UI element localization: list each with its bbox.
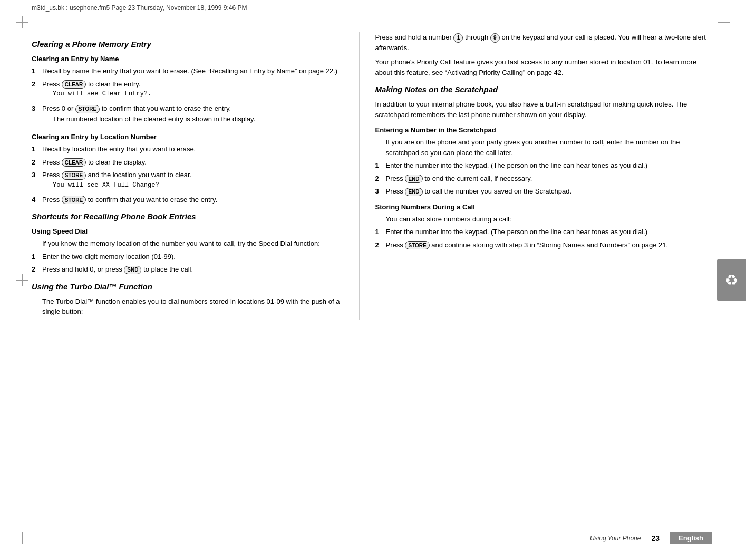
crosshair-bottom-right — [718, 532, 730, 544]
step-1-speed-dial: 1 Enter the two-digit memory location (0… — [32, 252, 343, 262]
storing-steps: 1 Enter the number into the keypad. (The… — [375, 227, 714, 250]
main-content: Clearing a Phone Memory Entry Clearing a… — [0, 16, 746, 330]
end-button: END — [405, 175, 422, 183]
step-4-clear-loc: 4 Press STORE to confirm that you want t… — [32, 195, 343, 205]
section-shortcuts: Shortcuts for Recalling Phone Book Entri… — [32, 212, 343, 275]
step-text: Press END to call the number you saved o… — [386, 186, 714, 197]
step-text: Press CLEAR to clear the entry. You will… — [42, 79, 343, 101]
clear-button: CLEAR — [62, 80, 86, 89]
subnote-xx-full: You will see XX Full Change? — [53, 180, 343, 190]
step-num: 4 — [32, 195, 39, 205]
step-num: 1 — [32, 66, 39, 76]
step-num: 2 — [32, 264, 39, 275]
footer-language: English — [670, 532, 712, 544]
recycle-icon: ♻ — [725, 272, 738, 289]
entering-scratchpad-steps: 1 Enter the number into the keypad. (The… — [375, 160, 714, 197]
step-text: Recall by name the entry that you want t… — [42, 66, 343, 76]
crosshair-bottom-left — [16, 532, 28, 544]
step-text: Enter the number into the keypad. (The p… — [386, 227, 714, 237]
step-3-enter-scratch: 3 Press END to call the number you saved… — [375, 186, 714, 197]
subsection-clear-by-location: Clearing an Entry by Location Number 1 R… — [32, 133, 343, 205]
section-turbo-dial-title: Using the Turbo Dial™ Function — [32, 282, 343, 291]
footer-page-number: 23 — [651, 534, 660, 543]
step-3-clear-name: 3 Press 0 or STORE to confirm that you w… — [32, 103, 343, 127]
store-button: STORE — [405, 241, 429, 249]
speed-dial-steps: 1 Enter the two-digit memory location (0… — [32, 252, 343, 275]
section-turbo-dial: Using the Turbo Dial™ Function The Turbo… — [32, 282, 343, 317]
subsection-clear-by-name-title: Clearing an Entry by Name — [32, 55, 343, 63]
right-column: Press and hold a number 1 through 9 on t… — [360, 32, 714, 320]
clear-by-name-steps: 1 Recall by name the entry that you want… — [32, 66, 343, 127]
step-num: 3 — [32, 103, 39, 127]
store-button: STORE — [62, 171, 86, 180]
clear-by-location-steps: 1 Recall by location the entry that you … — [32, 144, 343, 205]
snd-button: SND — [124, 266, 141, 274]
subnote-clear-entry: You will see Clear Entry?. — [53, 89, 343, 99]
turbo-dial-continuation: Press and hold a number 1 through 9 on t… — [375, 32, 714, 53]
left-column: Clearing a Phone Memory Entry Clearing a… — [32, 32, 360, 320]
section-scratchpad: Making Notes on the Scratchpad In additi… — [375, 85, 714, 250]
subsection-storing-during-call: Storing Numbers During a Call You can al… — [375, 203, 714, 250]
step-num: 2 — [375, 240, 383, 250]
step-text: Press END to end the current call, if ne… — [386, 173, 714, 184]
header-text: m3td_us.bk : usephone.fm5 Page 23 Thursd… — [32, 4, 247, 12]
step-num: 1 — [375, 160, 383, 171]
crosshair-top-right — [718, 16, 730, 28]
turbo-dial-intro: The Turbo Dial™ function enables you to … — [42, 296, 343, 317]
step-1-clear-loc: 1 Recall by location the entry that you … — [32, 144, 343, 155]
step-text: Enter the two-digit memory location (01-… — [42, 252, 343, 262]
step-num: 2 — [375, 173, 383, 184]
subsection-entering-scratchpad: Entering a Number in the Scratchpad If y… — [375, 126, 714, 197]
step-text: Press 0 or STORE to confirm that you wan… — [42, 103, 343, 127]
step-num: 2 — [32, 157, 39, 168]
section-clearing-title: Clearing a Phone Memory Entry — [32, 40, 343, 49]
step-text: Press STORE and the location you want to… — [42, 170, 343, 192]
subsection-storing-title: Storing Numbers During a Call — [375, 203, 714, 211]
step-num: 2 — [32, 79, 39, 101]
footer-section-label: Using Your Phone — [590, 535, 641, 542]
step-3-clear-loc: 3 Press STORE and the location you want … — [32, 170, 343, 192]
crosshair-top-left — [16, 16, 28, 28]
store-button: STORE — [75, 105, 100, 113]
step-2-clear-name: 2 Press CLEAR to clear the entry. You wi… — [32, 79, 343, 101]
section-shortcuts-title: Shortcuts for Recalling Phone Book Entri… — [32, 212, 343, 221]
store-button: STORE — [62, 196, 86, 204]
step-num: 3 — [32, 170, 39, 192]
section-clearing: Clearing a Phone Memory Entry Clearing a… — [32, 40, 343, 205]
step-num: 1 — [32, 144, 39, 155]
subsection-entering-scratchpad-title: Entering a Number in the Scratchpad — [375, 126, 714, 134]
step-text: Press CLEAR to clear the display. — [42, 157, 343, 168]
crosshair-middle-left — [16, 274, 28, 286]
step-1-enter-scratch: 1 Enter the number into the keypad. (The… — [375, 160, 714, 171]
subsection-clear-by-name: Clearing an Entry by Name 1 Recall by na… — [32, 55, 343, 127]
subsection-speed-dial-title: Using Speed Dial — [32, 227, 343, 235]
footer: Using Your Phone 23 English — [590, 532, 712, 544]
step-2-enter-scratch: 2 Press END to end the current call, if … — [375, 173, 714, 184]
step-text: Recall by location the entry that you wa… — [42, 144, 343, 155]
step-num: 1 — [32, 252, 39, 262]
step-text: Press STORE to confirm that you want to … — [42, 195, 343, 205]
step-1-clear-name: 1 Recall by name the entry that you want… — [32, 66, 343, 76]
end-button: END — [405, 188, 422, 196]
step-2-storing: 2 Press STORE and continue storing with … — [375, 240, 714, 250]
subsection-clear-by-location-title: Clearing an Entry by Location Number — [32, 133, 343, 141]
priority-call-para: Your phone’s Priority Call feature gives… — [375, 57, 714, 78]
page-container: ♻ m3td_us.bk : usephone.fm5 Page 23 Thur… — [0, 0, 746, 560]
speed-dial-intro: If you know the memory location of the n… — [42, 238, 343, 249]
step-2-clear-loc: 2 Press CLEAR to clear the display. — [32, 157, 343, 168]
step-text: Press and hold 0, or press SND to place … — [42, 264, 343, 275]
clear-button: CLEAR — [62, 158, 86, 167]
section-scratchpad-title: Making Notes on the Scratchpad — [375, 85, 714, 94]
step-num: 3 — [375, 186, 383, 197]
storing-intro: You can also store numbers during a call… — [386, 214, 714, 225]
subnote-cleared: The numbered location of the cleared ent… — [53, 114, 343, 124]
step-text: Press STORE and continue storing with st… — [386, 240, 714, 250]
step-text: Enter the number into the keypad. (The p… — [386, 160, 714, 171]
entering-scratchpad-intro: If you are on the phone and your party g… — [386, 137, 714, 158]
num1-circle: 1 — [453, 33, 463, 43]
step-1-storing: 1 Enter the number into the keypad. (The… — [375, 227, 714, 237]
step-2-speed-dial: 2 Press and hold 0, or press SND to plac… — [32, 264, 343, 275]
step-num: 1 — [375, 227, 383, 237]
side-tab: ♻ — [717, 259, 746, 301]
header-bar: m3td_us.bk : usephone.fm5 Page 23 Thursd… — [0, 0, 746, 16]
